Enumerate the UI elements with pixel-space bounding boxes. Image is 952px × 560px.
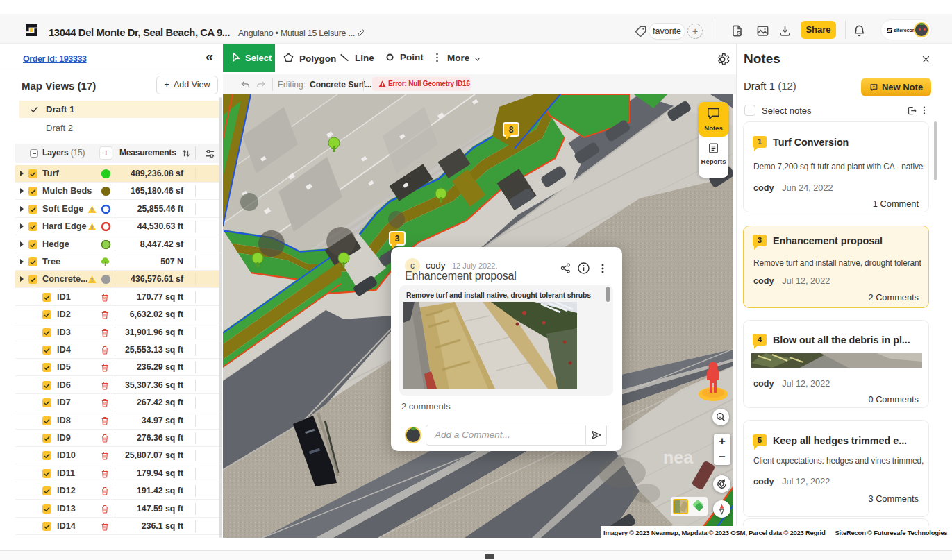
svg-text:8: 8 (509, 125, 514, 135)
svg-text:3: 3 (395, 234, 400, 244)
svg-text:nea: nea (663, 448, 694, 467)
